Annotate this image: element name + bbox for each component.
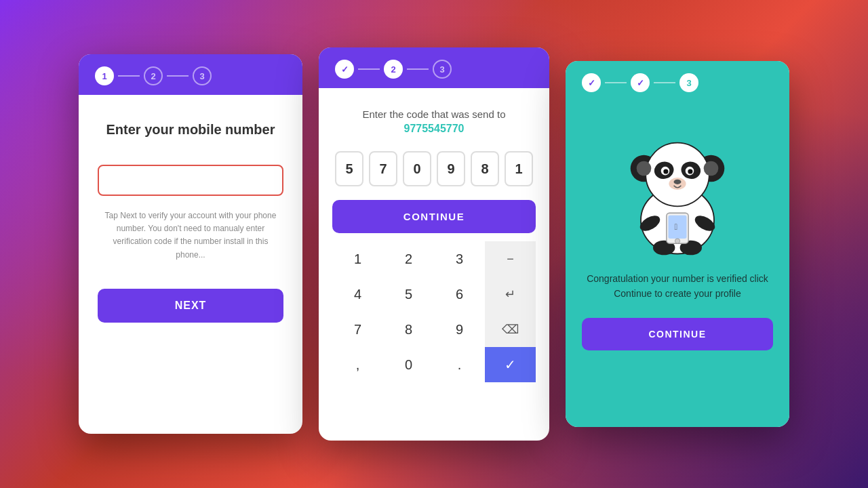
step-indicator-1: 1 2 3 bbox=[95, 66, 212, 85]
continue-button-card3[interactable]: CONTINUE bbox=[582, 318, 773, 350]
numpad-row-4: , 0 . ✓ bbox=[332, 347, 536, 382]
numpad-key-backspace[interactable]: ⌫ bbox=[485, 312, 536, 347]
numpad-key-7[interactable]: 7 bbox=[332, 312, 383, 347]
code-digit-2: 7 bbox=[369, 151, 397, 186]
numpad-key-comma[interactable]: , bbox=[332, 347, 383, 382]
step-indicator-2: ✓ 2 3 bbox=[335, 60, 452, 79]
svg-point-12 bbox=[637, 161, 652, 176]
svg-point-21 bbox=[675, 239, 679, 243]
card-step-2: ✓ 2 3 Enter the code that was send to 97… bbox=[319, 47, 549, 441]
card3-header: ✓ ✓ 3 bbox=[566, 61, 789, 102]
numpad-row-3: 7 8 9 ⌫ bbox=[332, 312, 536, 347]
card1-header: 1 2 3 bbox=[79, 54, 302, 95]
card1-body: Enter your mobile number Tap Next to ver… bbox=[79, 95, 302, 434]
numpad-key-5[interactable]: 5 bbox=[383, 277, 434, 312]
numpad-row-2: 4 5 6 ↵ bbox=[332, 277, 536, 312]
step-line-2-3 bbox=[167, 75, 189, 77]
numpad-row-1: 1 2 3 − bbox=[332, 241, 536, 277]
code-digit-5: 8 bbox=[471, 151, 499, 186]
numpad-key-minus[interactable]: − bbox=[485, 241, 536, 277]
card2-body: Enter the code that was send to 97755457… bbox=[319, 88, 549, 382]
step-1-circle: 1 bbox=[95, 66, 114, 85]
svg-point-13 bbox=[704, 161, 719, 176]
card3-step-line-1-2 bbox=[605, 82, 627, 83]
card3-step-3-circle: 3 bbox=[679, 73, 698, 92]
continue-button-card2[interactable]: CONTINUE bbox=[332, 200, 536, 233]
card3-step-1-circle: ✓ bbox=[582, 73, 601, 92]
numpad-key-6[interactable]: 6 bbox=[434, 277, 485, 312]
numpad-key-8[interactable]: 8 bbox=[383, 312, 434, 347]
svg-point-3 bbox=[646, 143, 709, 207]
card2-step-line-2-3 bbox=[407, 68, 429, 70]
panda-illustration:  bbox=[616, 122, 738, 258]
numpad-key-4[interactable]: 4 bbox=[332, 277, 383, 312]
svg-point-9 bbox=[688, 169, 692, 174]
numpad-key-3[interactable]: 3 bbox=[434, 241, 485, 277]
code-digit-1: 5 bbox=[335, 151, 363, 186]
step-line-1-2 bbox=[118, 75, 140, 77]
next-button[interactable]: NEXT bbox=[98, 289, 283, 323]
card2-step-1-circle: ✓ bbox=[335, 60, 354, 79]
numpad-key-2[interactable]: 2 bbox=[383, 241, 434, 277]
step-3-circle: 3 bbox=[193, 66, 212, 85]
code-digit-4: 9 bbox=[437, 151, 465, 186]
send-to-label: Enter the code that was send to bbox=[363, 108, 506, 120]
phone-number: 9775545770 bbox=[404, 123, 465, 135]
card3-teal-body:  Congratulation your number is verified… bbox=[566, 102, 789, 427]
card2-step-2-circle: 2 bbox=[384, 60, 403, 79]
card-step-1: 1 2 3 Enter your mobile number Tap Next … bbox=[79, 54, 302, 434]
code-boxes: 5 7 0 9 8 1 bbox=[335, 151, 533, 186]
step-indicator-3: ✓ ✓ 3 bbox=[582, 73, 698, 92]
numpad-key-confirm[interactable]: ✓ bbox=[485, 347, 536, 382]
card1-title: Enter your mobile number bbox=[106, 122, 275, 138]
code-digit-3: 0 bbox=[403, 151, 431, 186]
card2-header: ✓ 2 3 bbox=[319, 47, 549, 88]
numpad-key-enter[interactable]: ↵ bbox=[485, 277, 536, 312]
step-2-circle: 2 bbox=[144, 66, 163, 85]
card3-step-line-2-3 bbox=[654, 82, 675, 83]
card2-step-line-1-2 bbox=[358, 68, 380, 70]
numpad: 1 2 3 − 4 5 6 ↵ 7 8 9 ⌫ , bbox=[332, 241, 536, 382]
numpad-key-dot[interactable]: . bbox=[434, 347, 485, 382]
numpad-key-9[interactable]: 9 bbox=[434, 312, 485, 347]
numpad-key-1[interactable]: 1 bbox=[332, 241, 383, 277]
svg-text::  bbox=[675, 222, 678, 232]
congrats-text: Congratulation your number is verified c… bbox=[582, 271, 773, 302]
card1-hint: Tap Next to verify your account with you… bbox=[98, 209, 283, 262]
svg-point-8 bbox=[663, 169, 668, 174]
numpad-key-0[interactable]: 0 bbox=[383, 347, 434, 382]
svg-point-11 bbox=[674, 180, 682, 184]
screens-container: 1 2 3 Enter your mobile number Tap Next … bbox=[79, 47, 789, 441]
card2-step-3-circle: 3 bbox=[433, 60, 452, 79]
card-step-3: ✓ ✓ 3 bbox=[566, 61, 789, 427]
card3-step-2-circle: ✓ bbox=[631, 73, 650, 92]
code-digit-6: 1 bbox=[505, 151, 533, 186]
phone-input[interactable] bbox=[98, 165, 283, 196]
